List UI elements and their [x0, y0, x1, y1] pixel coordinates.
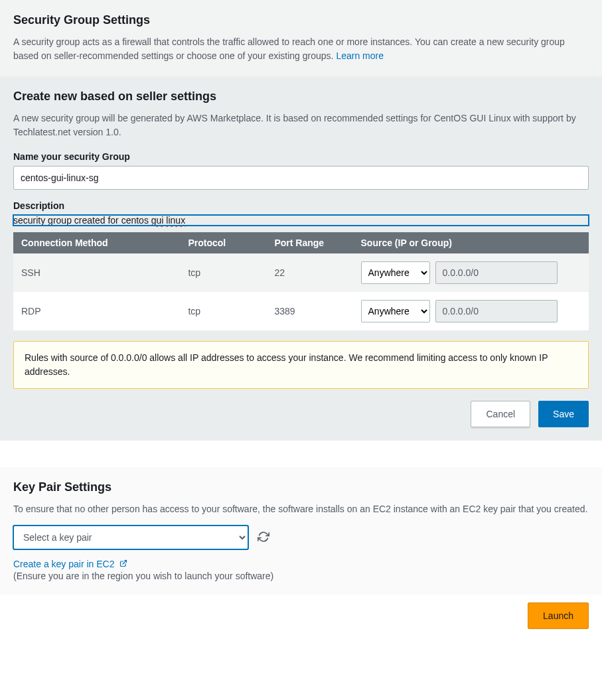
- create-keypair-link[interactable]: Create a key pair in EC2: [13, 559, 127, 569]
- col-source: Source (IP or Group): [353, 232, 589, 253]
- cell-protocol: tcp: [180, 253, 266, 292]
- learn-more-link[interactable]: Learn more: [336, 50, 384, 61]
- key-pair-select[interactable]: Select a key pair: [13, 525, 248, 549]
- security-group-description: A security group acts as a firewall that…: [13, 35, 589, 63]
- sg-name-input[interactable]: [13, 166, 589, 190]
- col-port: Port Range: [266, 232, 352, 253]
- key-pair-description: To ensure that no other person has acces…: [13, 502, 589, 516]
- source-ip-input[interactable]: [435, 261, 558, 284]
- cancel-button[interactable]: Cancel: [471, 401, 530, 427]
- source-select[interactable]: Anywhere: [361, 300, 430, 322]
- key-pair-title: Key Pair Settings: [13, 480, 589, 494]
- table-row: SSHtcp22Anywhere: [13, 253, 589, 292]
- sg-desc-input[interactable]: security group created for centos gui li…: [13, 215, 589, 226]
- create-new-title: Create new based on seller settings: [13, 90, 589, 104]
- col-protocol: Protocol: [180, 232, 266, 253]
- sg-name-field: Name your security Group: [13, 151, 589, 190]
- svg-line-0: [123, 561, 127, 565]
- sg-desc-label: Description: [13, 200, 589, 211]
- sg-button-row: Cancel Save: [13, 401, 589, 427]
- cell-protocol: tcp: [180, 292, 266, 330]
- key-pair-hint: (Ensure you are in the region you wish t…: [13, 571, 589, 581]
- footer-bar: Launch: [0, 595, 602, 633]
- spacer: [0, 441, 602, 467]
- rules-header-row: Connection Method Protocol Port Range So…: [13, 232, 589, 253]
- rules-table: Connection Method Protocol Port Range So…: [13, 232, 589, 330]
- create-new-description: A new security group will be generated b…: [13, 111, 589, 139]
- cell-method: RDP: [13, 292, 180, 330]
- source-ip-input[interactable]: [435, 300, 558, 322]
- cell-source: Anywhere: [353, 253, 589, 292]
- cell-source: Anywhere: [353, 292, 589, 330]
- security-group-title: Security Group Settings: [13, 13, 589, 27]
- col-method: Connection Method: [13, 232, 180, 253]
- security-group-settings-panel: Security Group Settings A security group…: [0, 0, 602, 76]
- sg-name-label: Name your security Group: [13, 151, 589, 162]
- source-select[interactable]: Anywhere: [361, 261, 430, 284]
- sg-desc-field: Description security group created for c…: [13, 200, 589, 226]
- cell-port: 3389: [266, 292, 352, 330]
- refresh-icon[interactable]: [258, 531, 269, 545]
- key-pair-row: Select a key pair: [13, 525, 589, 549]
- launch-button[interactable]: Launch: [528, 602, 589, 629]
- create-new-sg-panel: Create new based on seller settings A ne…: [0, 76, 602, 441]
- source-warning: Rules with source of 0.0.0.0/0 allows al…: [13, 341, 589, 389]
- save-button[interactable]: Save: [538, 401, 589, 427]
- external-link-icon: [119, 559, 127, 567]
- cell-method: SSH: [13, 253, 180, 292]
- create-keypair-row: Create a key pair in EC2: [13, 559, 589, 569]
- cell-port: 22: [266, 253, 352, 292]
- key-pair-panel: Key Pair Settings To ensure that no othe…: [0, 467, 602, 595]
- table-row: RDPtcp3389Anywhere: [13, 292, 589, 330]
